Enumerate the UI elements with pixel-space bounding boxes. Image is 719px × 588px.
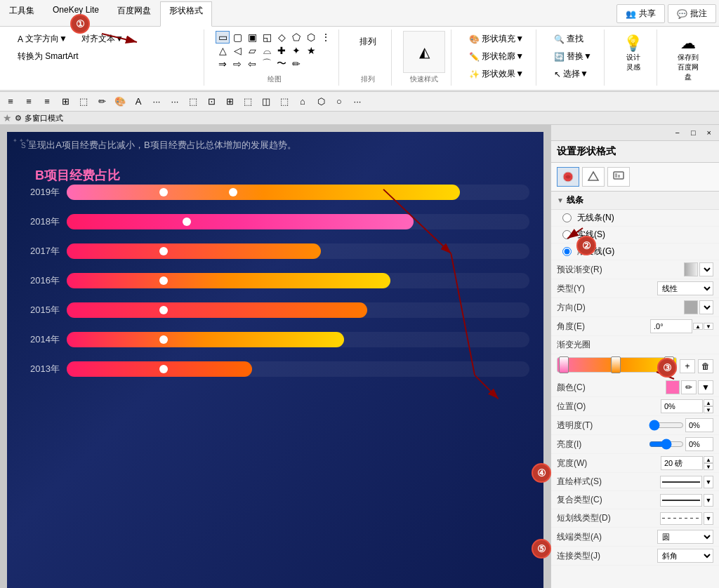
align-text-btn[interactable]: 对齐文本▼	[75, 31, 130, 47]
bar-track-2017[interactable]	[67, 243, 529, 259]
angle-down-btn[interactable]: ▼	[704, 323, 713, 330]
sec-box3[interactable]: ⬚	[277, 94, 292, 109]
design-sense-btn[interactable]: 💡 设计 灵感	[616, 31, 651, 76]
dash-btn[interactable]: ▼	[704, 512, 713, 525]
panel-tab-effects[interactable]	[607, 167, 630, 187]
join-select[interactable]: 斜角	[657, 549, 713, 563]
remove-stop-btn[interactable]: 🗑	[698, 359, 713, 373]
sec-align-right[interactable]: ≡	[39, 94, 55, 109]
draw-style-btn[interactable]: ▼	[704, 476, 713, 488]
sec-align-center[interactable]: ≡	[21, 94, 37, 109]
sec-box2[interactable]: ⬚	[240, 94, 256, 109]
color-edit-btn[interactable]: ✏	[681, 380, 697, 394]
bar-track-2014[interactable]	[67, 332, 529, 347]
brightness-slider[interactable]	[649, 439, 684, 450]
gradient-track[interactable]	[557, 357, 677, 373]
sec-circle[interactable]: ○	[331, 94, 347, 109]
arrange-btn[interactable]: 排列	[353, 34, 383, 50]
save-baidu-btn[interactable]: ☁ 保存到 百度网盘	[668, 31, 708, 86]
width-down-btn[interactable]: ▼	[704, 463, 713, 470]
transparency-input[interactable]	[685, 418, 713, 432]
width-input[interactable]	[661, 456, 703, 470]
panel-minimize-btn[interactable]: −	[670, 126, 684, 139]
replace-btn[interactable]: 🔄 替换▼	[548, 48, 598, 65]
bar-track-2015[interactable]	[67, 302, 529, 318]
sec-dots2[interactable]: ···	[167, 94, 183, 109]
position-down-btn[interactable]: ▼	[704, 406, 713, 413]
panel-close-btn[interactable]: ×	[702, 126, 716, 139]
tab-shape-format[interactable]: 形状格式	[160, 1, 212, 27]
preset-gradient-select[interactable]: ▼	[699, 262, 713, 276]
shape-rect2[interactable]: ▢	[230, 31, 244, 44]
shape-triangle[interactable]: △	[216, 44, 230, 57]
sec-grid2[interactable]: ⊞	[222, 94, 237, 109]
share-button[interactable]: 👥 共享	[616, 4, 665, 23]
tab-baidu[interactable]: 百度网盘	[108, 1, 160, 26]
shape-fill-btn[interactable]: 🎨 形状填充▼	[463, 31, 530, 47]
shape-star5[interactable]: ★	[304, 44, 318, 57]
brightness-input[interactable]	[685, 437, 713, 451]
tab-onekey[interactable]: OneKey Lite	[44, 1, 108, 26]
tab-tools[interactable]: 工具集	[0, 1, 44, 26]
angle-input[interactable]	[650, 319, 692, 333]
bar-track-2018[interactable]	[67, 214, 529, 229]
sec-pen[interactable]: ✏	[94, 94, 110, 109]
panel-expand-btn[interactable]: □	[686, 126, 701, 139]
shape-outline-btn[interactable]: ✏️ 形状轮廓▼	[463, 48, 530, 65]
shape-rounded-rect[interactable]: ▣	[245, 31, 259, 44]
shape-rtriangle[interactable]: ◁	[230, 44, 244, 57]
shape-scribble[interactable]: ✏	[289, 58, 303, 70]
width-up-btn[interactable]: ▲	[704, 456, 713, 463]
add-stop-btn[interactable]: +	[680, 359, 695, 373]
sec-home[interactable]: ⌂	[295, 94, 310, 109]
transparency-slider[interactable]	[649, 420, 684, 431]
type-select[interactable]: 线性	[657, 281, 713, 295]
shape-diamond[interactable]: ◇	[275, 31, 289, 44]
position-input[interactable]	[661, 399, 703, 413]
no-line-radio[interactable]	[562, 213, 572, 222]
text-direction-btn[interactable]: A 文字方向▼	[11, 31, 74, 47]
color-dropdown-btn[interactable]: ▼	[698, 380, 713, 394]
gradient-stop-3[interactable]	[664, 356, 674, 373]
slide-content[interactable]: ✦ ✦ ✦ S 呈现出A项目经费占比减小，B项目经费占比总体增加的发展趋势。 B…	[7, 132, 543, 588]
gradient-stop-1[interactable]	[559, 356, 569, 373]
angle-up-btn[interactable]: ▲	[693, 323, 703, 330]
solid-line-radio[interactable]	[562, 230, 572, 239]
bar-track-2016[interactable]	[67, 273, 529, 288]
sec-split[interactable]: ◫	[258, 94, 274, 109]
sec-box1[interactable]: ⬚	[185, 94, 201, 109]
sec-frame[interactable]: ⬚	[76, 94, 91, 109]
shape-arrow3[interactable]: ⇦	[245, 58, 259, 70]
shape-pentagon[interactable]: ⬠	[289, 31, 303, 44]
shape-curve[interactable]: ⌒	[260, 58, 274, 70]
select-btn[interactable]: ↖ 选择▼	[548, 66, 595, 82]
sec-hex[interactable]: ⬡	[313, 94, 329, 109]
gradient-stop-2[interactable]	[611, 356, 621, 373]
shape-arrow1[interactable]: ⇒	[216, 58, 230, 70]
slide-area[interactable]: ✦ ✦ ✦ S 呈现出A项目经费占比减小，B项目经费占比总体增加的发展趋势。 B…	[0, 125, 550, 588]
direction-select[interactable]: ▼	[699, 300, 713, 314]
comment-button[interactable]: 💬 批注	[668, 4, 716, 23]
panel-tab-line[interactable]	[582, 167, 605, 187]
convert-smartart-btn[interactable]: 转换为 SmartArt	[11, 48, 85, 65]
find-btn[interactable]: 🔍 查找	[548, 31, 590, 47]
sec-select[interactable]: ⊡	[204, 94, 219, 109]
shape-more[interactable]: ⋮	[319, 31, 333, 44]
shape-trapezoid[interactable]: ⌓	[260, 44, 274, 57]
shape-freeform[interactable]: 〜	[275, 58, 289, 70]
shape-star4[interactable]: ✦	[289, 44, 303, 57]
shape-rect[interactable]: ▭	[216, 31, 230, 44]
line-end-select[interactable]: 圆	[657, 530, 713, 544]
sec-align-left[interactable]: ≡	[3, 94, 18, 109]
shape-cross[interactable]: ✚	[275, 44, 289, 57]
shape-parallelogram[interactable]: ▱	[245, 44, 259, 57]
section-header-line[interactable]: ▼ 线条	[551, 192, 719, 210]
sec-text[interactable]: A	[131, 94, 146, 109]
sec-fill[interactable]: 🎨	[112, 94, 128, 109]
panel-tab-fill[interactable]	[557, 167, 579, 187]
bar-track-2013[interactable]	[67, 361, 529, 377]
compound-btn[interactable]: ▼	[704, 494, 713, 507]
bar-track-2019[interactable]	[67, 185, 529, 200]
shape-effect-btn[interactable]: ✨ 形状效果▼	[463, 66, 530, 82]
position-up-btn[interactable]: ▲	[704, 399, 713, 406]
